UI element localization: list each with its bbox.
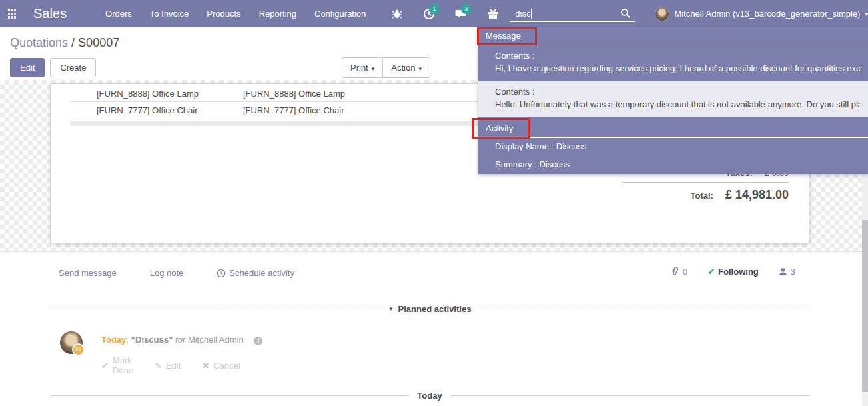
- suggestion-text: Hello, Unfortunately that was a temporar…: [495, 98, 861, 111]
- total-label: Total:: [690, 191, 713, 201]
- scrollbar-track[interactable]: [862, 172, 868, 406]
- breadcrumb: Quotations / S00007: [10, 36, 119, 50]
- activity-assignee: Mitchell Admin: [188, 335, 244, 345]
- chevron-down-icon: ▾: [372, 65, 375, 72]
- apps-grid-icon[interactable]: [8, 9, 16, 19]
- send-message-button[interactable]: Send message: [59, 268, 117, 278]
- activity-for-word: for: [175, 335, 185, 345]
- dropdown-section-activity: Activity: [478, 120, 868, 138]
- nav-menus: Orders To Invoice Products Reporting Con…: [105, 9, 366, 19]
- menu-reporting[interactable]: Reporting: [259, 9, 296, 19]
- top-navbar: Sales Orders To Invoice Products Reporti…: [0, 0, 868, 27]
- menu-products[interactable]: Products: [207, 9, 240, 19]
- email-activity-badge: ✉: [72, 343, 85, 356]
- today-divider: Today: [50, 391, 809, 401]
- search-input[interactable]: disc: [510, 6, 634, 22]
- print-dropdown-button[interactable]: Print▾: [342, 57, 383, 78]
- attachments-button[interactable]: 0: [671, 267, 687, 277]
- search-value: disc: [515, 9, 530, 19]
- gift-icon[interactable]: [487, 8, 499, 20]
- schedule-activity-button[interactable]: Schedule activity: [217, 268, 294, 278]
- activity-item: ✉ Today: “Discuss” for Mitchell Admin i …: [60, 331, 83, 354]
- info-icon[interactable]: i: [254, 337, 262, 345]
- create-button[interactable]: Create: [50, 58, 96, 77]
- followers-button[interactable]: 3: [779, 267, 795, 277]
- triangle-down-icon: ▼: [388, 306, 394, 312]
- breadcrumb-separator: /: [71, 36, 78, 49]
- planned-activities-toggle[interactable]: ▼ Planned activities: [50, 304, 809, 314]
- clock-icon: [217, 269, 226, 278]
- total-value: £ 14,981.00: [725, 188, 789, 202]
- messages-icon[interactable]: 3: [455, 8, 467, 20]
- app-title[interactable]: Sales: [33, 6, 67, 21]
- activities-clock-icon[interactable]: 1: [423, 8, 435, 20]
- messages-badge: 3: [461, 4, 471, 14]
- user-name: Mitchell Admin (v13_barcode_generator_si…: [675, 9, 861, 19]
- activity-date: Today: [101, 335, 126, 345]
- suggestion-label: Contents :: [495, 49, 861, 62]
- followers-count: 3: [791, 267, 795, 277]
- planned-activities-label: Planned activities: [398, 304, 472, 314]
- paperclip-icon: [669, 265, 681, 278]
- cross-icon: ✖: [202, 361, 209, 371]
- activities-badge: 1: [429, 4, 439, 14]
- total-row: Total: £ 14,981.00: [622, 183, 789, 205]
- activity-name: “Discuss”: [131, 335, 173, 345]
- breadcrumb-quotations[interactable]: Quotations: [10, 36, 68, 49]
- pencil-icon: ✎: [155, 361, 162, 371]
- nav-icon-cluster: 1 3: [391, 8, 499, 20]
- breadcrumb-current: S00007: [78, 36, 119, 49]
- envelope-icon: ✉: [75, 346, 81, 353]
- today-divider-label: Today: [409, 391, 450, 401]
- action-dropdown-button[interactable]: Action▾: [382, 57, 430, 78]
- search-icon[interactable]: [620, 8, 631, 21]
- log-note-button[interactable]: Log note: [150, 268, 184, 278]
- person-icon: [779, 267, 787, 276]
- chatter: Send message Log note Schedule activity …: [0, 252, 862, 406]
- suggestion-label: Contents :: [495, 85, 861, 98]
- search-suggestions-dropdown: Message Contents : Hi, I have a question…: [478, 27, 868, 174]
- menu-to-invoice[interactable]: To Invoice: [150, 9, 189, 19]
- text-cursor: [531, 9, 532, 19]
- user-avatar: [655, 7, 669, 21]
- dropdown-section-message: Message: [478, 27, 868, 45]
- suggestion-activity-2[interactable]: Summary : Discuss: [478, 156, 868, 174]
- bug-icon[interactable]: [391, 8, 403, 20]
- suggestion-activity-1[interactable]: Display Name : Discuss: [478, 138, 868, 156]
- suggestion-message-2[interactable]: Contents : Hello, Unfortunately that was…: [478, 81, 868, 117]
- suggestion-message-1[interactable]: Contents : Hi, I have a question regardi…: [478, 45, 868, 81]
- chevron-down-icon: ▾: [418, 65, 422, 72]
- page: Sales Orders To Invoice Products Reporti…: [0, 0, 868, 406]
- attachments-count: 0: [683, 267, 687, 277]
- cell-product: [FURN_8888] Office Lamp: [70, 85, 243, 101]
- mark-done-button[interactable]: ✔Mark Done: [101, 355, 133, 375]
- chevron-down-icon: ▾: [865, 11, 868, 17]
- following-button[interactable]: ✔ Following: [707, 267, 759, 277]
- menu-configuration[interactable]: Configuration: [314, 9, 366, 19]
- annotation-box-activity: [472, 118, 530, 139]
- annotation-box-message: [477, 27, 537, 45]
- user-menu[interactable]: Mitchell Admin (v13_barcode_generator_si…: [655, 7, 868, 21]
- check-icon: ✔: [707, 267, 715, 277]
- menu-orders[interactable]: Orders: [105, 9, 132, 19]
- suggestion-text: Hi, I have a question regarding services…: [495, 62, 861, 75]
- scrollbar-thumb[interactable]: [862, 220, 868, 392]
- cell-product: [FURN_7777] Office Chair: [70, 102, 243, 119]
- activity-cancel-button[interactable]: ✖Cancel: [202, 355, 240, 375]
- check-icon: ✔: [101, 361, 109, 371]
- edit-button[interactable]: Edit: [10, 58, 45, 77]
- activity-edit-button[interactable]: ✎Edit: [155, 355, 181, 375]
